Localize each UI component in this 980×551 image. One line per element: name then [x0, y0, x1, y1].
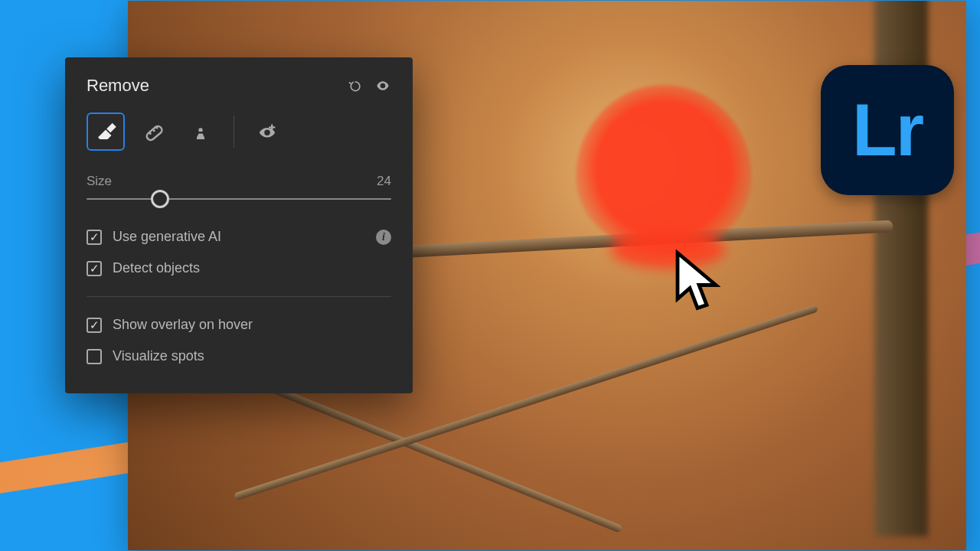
visualize-spots-checkbox[interactable] — [87, 349, 102, 364]
svg-point-2 — [153, 129, 155, 132]
use-generative-ai-checkbox[interactable] — [87, 230, 102, 245]
visualize-spots-label: Visualize spots — [113, 348, 204, 364]
panel-title: Remove — [87, 76, 149, 96]
size-slider-handle[interactable] — [151, 190, 169, 208]
selection-mask-overlay — [576, 85, 752, 253]
red-eye-tool-button[interactable] — [248, 112, 286, 151]
lightroom-app-badge: Lr — [821, 65, 954, 195]
panel-header: Remove — [87, 76, 391, 96]
tool-divider — [234, 116, 234, 148]
show-overlay-label: Show overlay on hover — [113, 317, 253, 333]
size-slider-track[interactable] — [87, 198, 391, 200]
detect-objects-row: Detect objects — [87, 253, 391, 284]
size-slider-value: 24 — [377, 174, 391, 189]
panel-header-actions — [347, 77, 391, 94]
clone-stamp-tool-button[interactable] — [181, 112, 220, 151]
visualize-spots-row: Visualize spots — [87, 341, 391, 372]
info-icon[interactable]: i — [376, 230, 391, 245]
show-overlay-checkbox[interactable] — [87, 318, 102, 333]
size-slider: Size 24 — [87, 174, 391, 200]
selection-mask-overlay — [610, 230, 725, 269]
panel-separator — [87, 296, 391, 297]
heal-tool-button[interactable] — [134, 112, 172, 151]
svg-point-1 — [149, 132, 152, 135]
lightroom-app-badge-text: Lr — [852, 88, 923, 172]
remove-panel: Remove Size 24 — [65, 57, 413, 393]
remove-tool-button[interactable] — [87, 112, 125, 151]
visibility-eye-icon[interactable] — [374, 77, 391, 94]
use-generative-ai-row: Use generative AI i — [87, 221, 391, 253]
show-overlay-row: Show overlay on hover — [87, 309, 391, 341]
detect-objects-label: Detect objects — [113, 260, 200, 276]
size-slider-label: Size — [87, 174, 112, 189]
tool-row — [87, 112, 391, 151]
detect-objects-checkbox[interactable] — [87, 261, 102, 276]
undo-icon[interactable] — [347, 77, 364, 94]
svg-rect-0 — [145, 125, 164, 142]
svg-point-3 — [156, 127, 158, 129]
use-generative-ai-label: Use generative AI — [113, 229, 221, 245]
